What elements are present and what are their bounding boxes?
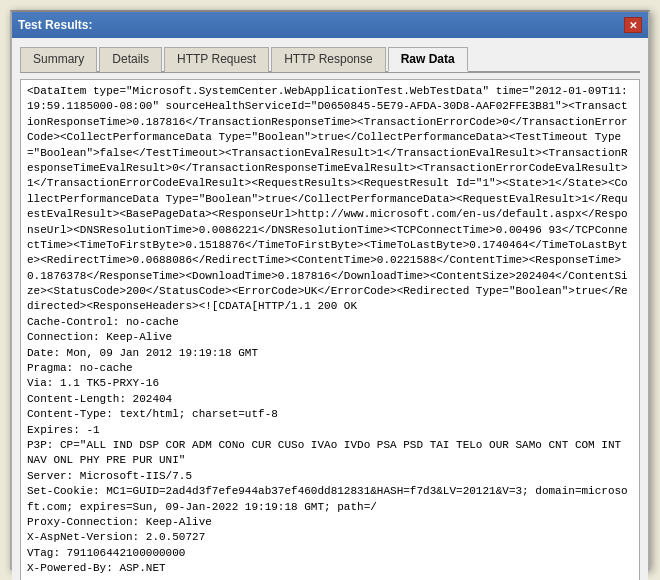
- window-title: Test Results:: [18, 18, 92, 32]
- tab-raw-data[interactable]: Raw Data: [388, 47, 468, 72]
- tab-http-request[interactable]: HTTP Request: [164, 47, 269, 72]
- window-body: Summary Details HTTP Request HTTP Respon…: [12, 38, 648, 580]
- raw-data-text[interactable]: <DataItem type="Microsoft.SystemCenter.W…: [21, 80, 639, 580]
- tab-details[interactable]: Details: [99, 47, 162, 72]
- tab-summary[interactable]: Summary: [20, 47, 97, 72]
- test-results-window: Test Results: ✕ Summary Details HTTP Req…: [10, 10, 650, 570]
- raw-data-content: <DataItem type="Microsoft.SystemCenter.W…: [20, 79, 640, 580]
- title-bar-controls: ✕: [624, 17, 642, 33]
- tab-bar: Summary Details HTTP Request HTTP Respon…: [20, 46, 640, 73]
- close-window-button[interactable]: ✕: [624, 17, 642, 33]
- title-bar: Test Results: ✕: [12, 12, 648, 38]
- tab-http-response[interactable]: HTTP Response: [271, 47, 385, 72]
